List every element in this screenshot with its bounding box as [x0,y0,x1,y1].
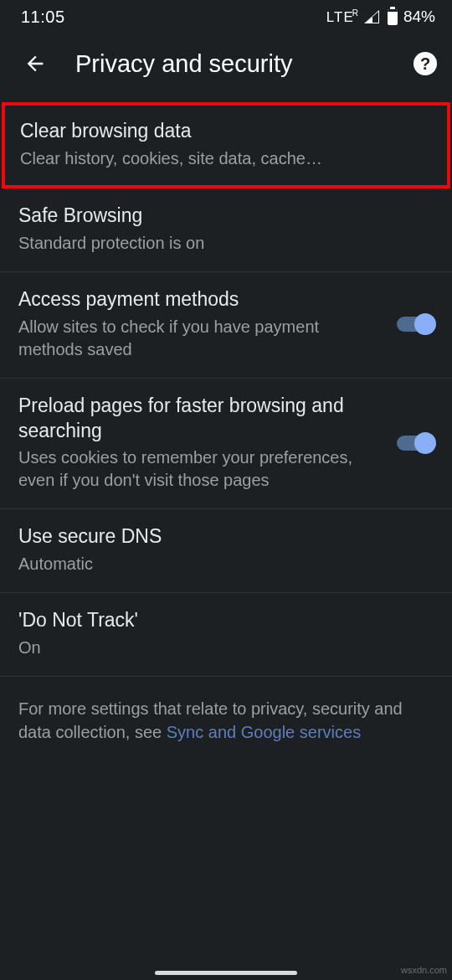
setting-title: Use secure DNS [18,524,434,549]
app-bar: Privacy and security ? [0,34,452,94]
setting-title: 'Do Not Track' [18,608,434,633]
signal-icon [364,10,379,23]
setting-clear-browsing-data[interactable]: Clear browsing data Clear history, cooki… [2,102,450,188]
setting-title: Access payment methods [18,287,380,312]
setting-access-payment-methods[interactable]: Access payment methods Allow sites to ch… [0,272,452,379]
setting-title: Safe Browsing [18,204,434,229]
battery-icon [388,9,398,25]
setting-subtitle: Standard protection is on [18,232,434,255]
setting-subtitle: On [18,637,434,659]
setting-subtitle: Uses cookies to remember your preference… [18,446,380,492]
status-time: 11:05 [21,8,65,27]
setting-subtitle: Automatic [18,553,434,575]
setting-subtitle: Clear history, cookies, site data, cache… [20,147,432,170]
arrow-back-icon [23,52,47,75]
status-right: LTER 84% [326,8,435,26]
help-icon: ? [420,54,430,74]
status-bar: 11:05 LTER 84% [0,0,452,34]
setting-title: Clear browsing data [20,119,432,144]
setting-title: Preload pages for faster browsing and se… [18,394,380,444]
footer-note: For more settings that relate to privacy… [0,677,452,764]
setting-subtitle: Allow sites to check if you have payment… [18,316,380,361]
settings-list: Clear browsing data Clear history, cooki… [0,102,452,764]
sync-services-link[interactable]: Sync and Google services [167,723,361,741]
back-button[interactable] [20,49,50,79]
toggle-payment-methods[interactable] [397,317,434,332]
setting-do-not-track[interactable]: 'Do Not Track' On [0,593,452,677]
setting-safe-browsing[interactable]: Safe Browsing Standard protection is on [0,188,452,272]
setting-secure-dns[interactable]: Use secure DNS Automatic [0,509,452,593]
network-label: LTER [326,8,359,26]
help-button[interactable]: ? [413,52,437,75]
watermark: wsxdn.com [401,965,447,975]
battery-percentage: 84% [403,8,435,26]
page-title: Privacy and security [75,50,413,78]
setting-preload-pages[interactable]: Preload pages for faster browsing and se… [0,379,452,510]
toggle-preload-pages[interactable] [397,436,434,451]
nav-indicator[interactable] [155,971,297,975]
